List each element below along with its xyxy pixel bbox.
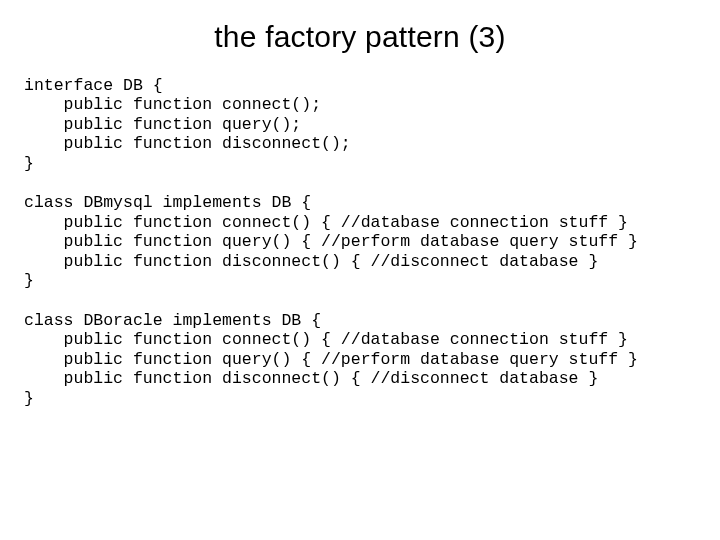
code-interface-db: interface DB { public function connect()… [24,76,696,173]
slide: the factory pattern (3) interface DB { p… [0,0,720,540]
page-title: the factory pattern (3) [24,20,696,54]
code-class-dboracle: class DBoracle implements DB { public fu… [24,311,696,408]
code-class-dbmysql: class DBmysql implements DB { public fun… [24,193,696,290]
